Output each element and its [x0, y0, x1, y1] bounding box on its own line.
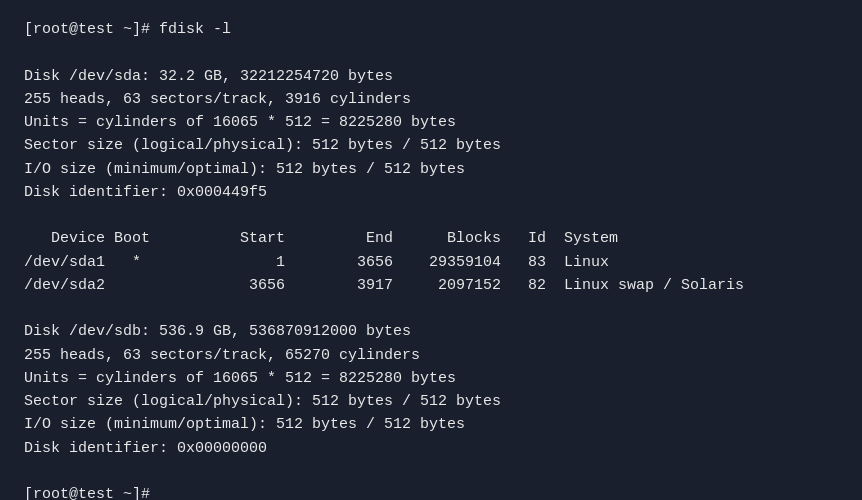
partition-row-sda2: /dev/sda2 3656 3917 2097152 82 Linux swa… — [24, 274, 838, 297]
sda-line6: Disk identifier: 0x000449f5 — [24, 181, 838, 204]
partition-row-sda1: /dev/sda1 * 1 3656 29359104 83 Linux — [24, 251, 838, 274]
sdb-line3: Units = cylinders of 16065 * 512 = 82252… — [24, 367, 838, 390]
sda-line2: 255 heads, 63 sectors/track, 3916 cylind… — [24, 88, 838, 111]
end-prompt[interactable]: [root@test ~]# — [24, 483, 838, 500]
sda-line4: Sector size (logical/physical): 512 byte… — [24, 134, 838, 157]
terminal-window: [root@test ~]# fdisk -l Disk /dev/sda: 3… — [24, 18, 838, 482]
sdb-line2: 255 heads, 63 sectors/track, 65270 cylin… — [24, 344, 838, 367]
partition-table-header: Device Boot Start End Blocks Id System — [24, 227, 838, 250]
sda-line1: Disk /dev/sda: 32.2 GB, 32212254720 byte… — [24, 65, 838, 88]
sda-line3: Units = cylinders of 16065 * 512 = 82252… — [24, 111, 838, 134]
sdb-line6: Disk identifier: 0x00000000 — [24, 437, 838, 460]
command-prompt: [root@test ~]# fdisk -l — [24, 18, 838, 41]
sdb-line1: Disk /dev/sdb: 536.9 GB, 536870912000 by… — [24, 320, 838, 343]
sda-line5: I/O size (minimum/optimal): 512 bytes / … — [24, 158, 838, 181]
sdb-line5: I/O size (minimum/optimal): 512 bytes / … — [24, 413, 838, 436]
sdb-line4: Sector size (logical/physical): 512 byte… — [24, 390, 838, 413]
